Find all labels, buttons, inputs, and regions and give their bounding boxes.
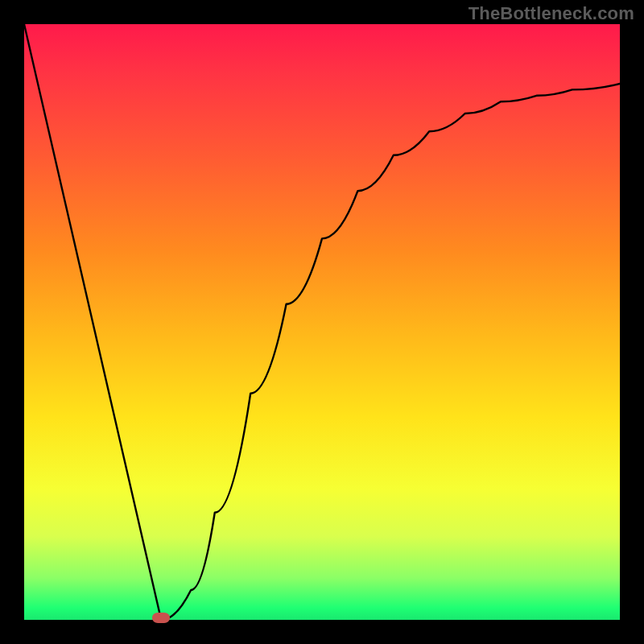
chart-frame: TheBottleneck.com	[0, 0, 644, 644]
plot-area	[24, 24, 620, 620]
min-marker	[152, 613, 170, 623]
watermark-text: TheBottleneck.com	[469, 3, 634, 24]
curve-line	[24, 24, 620, 620]
